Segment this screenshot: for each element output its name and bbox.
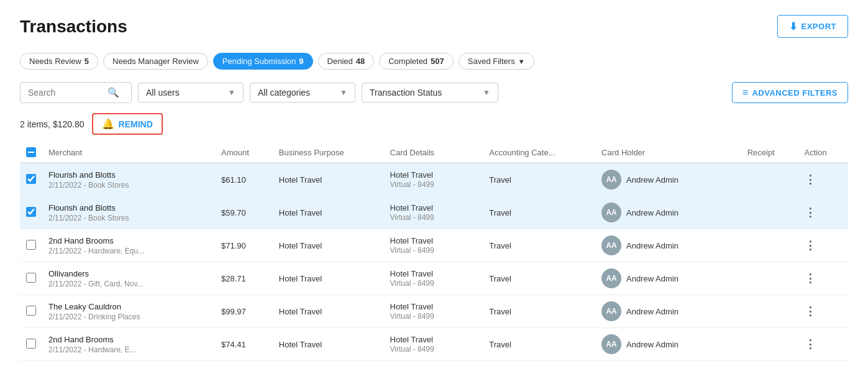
avatar: AA — [601, 235, 621, 255]
bell-icon: 🔔 — [102, 118, 114, 130]
filter-tab-completed[interactable]: Completed 507 — [379, 53, 454, 70]
action-cell[interactable]: ⋮ — [798, 328, 848, 361]
card-detail-main: Hotel Travel — [390, 335, 459, 344]
row-checkbox[interactable] — [26, 240, 36, 250]
table-row: Flourish and Blotts 2/11/2022 - Book Sto… — [20, 163, 848, 196]
accounting-cat-cell: Travel — [483, 163, 595, 196]
filter-tab-pending-submission[interactable]: Pending Submission 9 — [213, 53, 313, 70]
card-details-cell: Hotel Travel Virtual - 8499 — [384, 328, 465, 361]
filter-tab-needs-manager-review[interactable]: Needs Manager Review — [103, 53, 208, 70]
action-cell[interactable]: ⋮ — [798, 196, 848, 229]
amount-value: $74.41 — [221, 340, 246, 349]
divider-cell3 — [723, 328, 741, 361]
merchant-name: 2nd Hand Brooms — [48, 335, 191, 344]
filter-tab-count: 9 — [299, 57, 303, 66]
indeterminate-checkbox[interactable] — [26, 147, 36, 157]
row-checkbox-cell[interactable] — [20, 295, 42, 328]
cardholder-name: Andrew Admin — [626, 274, 678, 283]
receipt-cell — [741, 196, 798, 229]
col-header-divider — [197, 142, 215, 163]
chevron-down-icon: ▼ — [518, 58, 525, 65]
avatar: AA — [601, 301, 621, 321]
row-checkbox-cell[interactable] — [20, 163, 42, 196]
action-menu-icon[interactable]: ⋮ — [805, 338, 817, 350]
export-button[interactable]: ⬇ EXPORT — [777, 15, 848, 38]
chevron-down-icon: ▼ — [483, 88, 490, 97]
row-checkbox[interactable] — [26, 174, 36, 184]
accounting-cat-cell: Travel — [483, 295, 595, 328]
action-cell[interactable]: ⋮ — [798, 262, 848, 295]
divider-cell2 — [465, 295, 483, 328]
filter-tabs: Needs Review 5Needs Manager ReviewPendin… — [20, 53, 848, 70]
cardholder-name: Andrew Admin — [626, 241, 678, 250]
amount-cell: $74.41 — [215, 328, 273, 361]
filter-tab-label: Denied — [327, 57, 353, 66]
card-detail-sub: Virtual - 8499 — [390, 246, 459, 255]
action-menu-icon[interactable]: ⋮ — [805, 173, 817, 186]
search-box[interactable]: 🔍 — [20, 82, 132, 103]
card-detail-sub: Virtual - 8499 — [390, 312, 459, 321]
receipt-cell — [741, 295, 798, 328]
merchant-date: 2/11/2022 - Gift, Card, Nov... — [48, 280, 191, 288]
cardholder-name: Andrew Admin — [626, 208, 678, 217]
row-checkbox[interactable] — [26, 273, 36, 283]
divider-cell — [197, 328, 215, 361]
card-detail-main: Hotel Travel — [390, 170, 459, 180]
table-row: Flourish and Blotts 2/11/2022 - Book Sto… — [20, 196, 848, 229]
row-checkbox[interactable] — [26, 339, 36, 349]
all-users-dropdown[interactable]: All users ▼ — [138, 83, 244, 103]
amount-cell: $99.97 — [215, 295, 273, 328]
filter-tab-denied[interactable]: Denied 48 — [318, 53, 375, 70]
summary-row: 2 items, $120.80 🔔 REMIND — [20, 113, 848, 135]
filter-tab-count: 5 — [85, 57, 89, 66]
row-checkbox[interactable] — [26, 306, 36, 316]
row-checkbox-cell[interactable] — [20, 262, 42, 295]
card-detail-sub: Virtual - 8499 — [390, 180, 459, 189]
merchant-cell: Flourish and Blotts 2/11/2022 - Book Sto… — [42, 196, 197, 229]
filter-tab-needs-review[interactable]: Needs Review 5 — [20, 53, 98, 70]
row-checkbox[interactable] — [26, 207, 36, 217]
divider-cell2 — [465, 328, 483, 361]
cardholder-cell: AA Andrew Admin — [595, 163, 723, 196]
filter-tab-label: Completed — [388, 57, 427, 66]
filter-tab-label: Needs Manager Review — [112, 57, 199, 66]
col-header-action: Action — [798, 142, 848, 163]
action-menu-icon[interactable]: ⋮ — [805, 305, 817, 317]
row-checkbox-cell[interactable] — [20, 229, 42, 262]
avatar: AA — [601, 170, 621, 190]
cardholder-cell: AA Andrew Admin — [595, 229, 723, 262]
filter-tab-label: Pending Submission — [222, 57, 296, 66]
card-detail-main: Hotel Travel — [390, 302, 459, 311]
divider-cell3 — [723, 295, 741, 328]
merchant-date: 2/11/2022 - Drinking Places — [48, 313, 191, 321]
search-input[interactable] — [28, 88, 103, 98]
row-checkbox-cell[interactable] — [20, 196, 42, 229]
action-cell[interactable]: ⋮ — [798, 295, 848, 328]
amount-value: $28.71 — [221, 274, 246, 283]
card-detail-main: Hotel Travel — [390, 203, 459, 212]
select-all-header[interactable] — [20, 142, 42, 163]
action-menu-icon[interactable]: ⋮ — [805, 239, 817, 252]
divider-cell3 — [723, 196, 741, 229]
advanced-filters-button[interactable]: ≡ ADVANCED FILTERS — [732, 82, 848, 103]
merchant-name: The Leaky Cauldron — [48, 302, 191, 311]
merchant-cell: 2nd Hand Brooms 2/11/2022 - Hardware, Eq… — [42, 229, 197, 262]
row-checkbox-cell[interactable] — [20, 328, 42, 361]
col-header-merchant: Merchant — [42, 142, 197, 163]
all-categories-dropdown[interactable]: All categories ▼ — [250, 83, 355, 103]
filter-tab-saved-filters[interactable]: Saved Filters▼ — [459, 53, 534, 70]
action-menu-icon[interactable]: ⋮ — [805, 272, 817, 285]
amount-cell: $59.70 — [215, 196, 273, 229]
divider-cell2 — [465, 262, 483, 295]
filter-tab-count: 507 — [431, 57, 444, 66]
action-cell[interactable]: ⋮ — [798, 163, 848, 196]
col-header-card-holder: Card Holder — [595, 142, 723, 163]
action-menu-icon[interactable]: ⋮ — [805, 206, 817, 219]
action-cell[interactable]: ⋮ — [798, 229, 848, 262]
amount-cell: $71.90 — [215, 229, 273, 262]
cardholder-name: Andrew Admin — [626, 340, 678, 349]
amount-cell: $61.10 — [215, 163, 273, 196]
remind-button[interactable]: 🔔 REMIND — [92, 113, 163, 135]
search-row: 🔍 All users ▼ All categories ▼ Transacti… — [20, 82, 848, 103]
transaction-status-dropdown[interactable]: Transaction Status ▼ — [362, 83, 498, 103]
